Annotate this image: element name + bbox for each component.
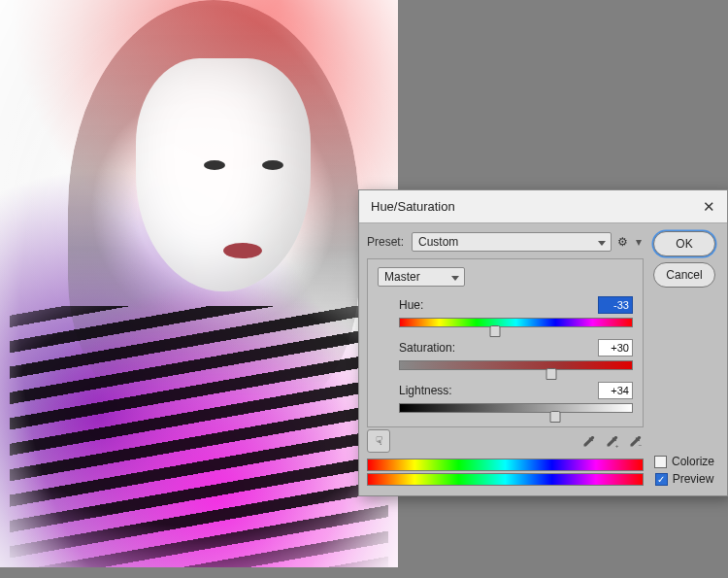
art-eye-l [204, 160, 225, 170]
saturation-slider[interactable] [399, 360, 633, 372]
lightness-slider-thumb[interactable] [550, 411, 561, 423]
art-eye-r [262, 160, 283, 170]
cancel-button[interactable]: Cancel [653, 262, 715, 288]
lightness-label: Lightness: [399, 384, 598, 397]
dialog-title: Hue/Saturation [371, 199, 455, 214]
close-button[interactable]: ✕ [700, 198, 717, 216]
saturation-slider-thumb[interactable] [546, 368, 556, 380]
hue-group: Hue: [378, 296, 633, 329]
checkbox-checked-icon: ✓ [655, 473, 668, 486]
hue-slider-track [399, 318, 633, 327]
channel-dropdown-value: Master [384, 270, 420, 284]
svg-text:+: + [614, 442, 618, 449]
eyedropper-icon [581, 434, 596, 449]
close-icon: ✕ [703, 198, 715, 216]
preset-dropdown-value: Custom [418, 235, 458, 249]
hue-value-input[interactable] [598, 296, 633, 314]
dialog-titlebar[interactable]: Hue/Saturation ✕ [359, 190, 727, 223]
canvas-bottom-border [0, 567, 728, 578]
preset-label: Preset: [367, 235, 412, 249]
hue-slider-thumb[interactable] [489, 325, 500, 337]
channel-dropdown[interactable]: Master [378, 267, 465, 287]
hue-bar-bottom [367, 473, 644, 486]
ok-button[interactable]: OK [653, 231, 715, 256]
cancel-button-label: Cancel [666, 268, 702, 282]
preset-dropdown[interactable]: Custom [412, 232, 612, 252]
hue-saturation-dialog: Hue/Saturation ✕ Preset: Custom ▾ Master [358, 189, 728, 496]
saturation-label: Saturation: [399, 341, 598, 355]
art-face [136, 58, 311, 291]
art-lips [223, 243, 262, 258]
saturation-group: Saturation: [378, 339, 633, 372]
checkbox-icon [654, 456, 667, 468]
eyedropper-subtract-button[interactable]: − [626, 432, 644, 450]
lightness-slider-track [399, 403, 633, 413]
canvas-image-area [0, 0, 398, 578]
eyedropper-plus-icon: + [605, 434, 619, 449]
preset-menu-caret-icon: ▾ [634, 235, 644, 249]
artwork-preview [0, 0, 398, 578]
hsl-panel: Master Hue: Sat [367, 258, 644, 427]
eyedropper-button[interactable] [579, 432, 597, 450]
art-stripes [10, 306, 388, 568]
hue-slider[interactable] [399, 318, 633, 329]
eyedropper-add-button[interactable]: + [603, 432, 620, 450]
svg-text:−: − [638, 442, 642, 449]
ok-button-label: OK [676, 237, 692, 251]
preview-checkbox[interactable]: ✓ Preview [655, 472, 714, 486]
colorize-checkbox[interactable]: Colorize [654, 455, 714, 468]
lightness-slider[interactable] [399, 403, 633, 415]
colorize-label: Colorize [672, 455, 714, 468]
hue-bar-top [367, 459, 644, 471]
preview-label: Preview [673, 472, 714, 486]
targeted-adjust-button[interactable]: ☟ [367, 429, 390, 453]
lightness-value-input[interactable] [598, 382, 633, 399]
hue-range-display [367, 459, 644, 486]
eyedropper-minus-icon: − [628, 434, 643, 449]
saturation-value-input[interactable] [598, 339, 633, 357]
lightness-group: Lightness: [378, 382, 633, 415]
preset-menu-button[interactable] [612, 231, 634, 253]
hue-label: Hue: [399, 298, 598, 312]
hand-point-icon: ☟ [376, 434, 382, 448]
saturation-slider-track [399, 360, 633, 370]
